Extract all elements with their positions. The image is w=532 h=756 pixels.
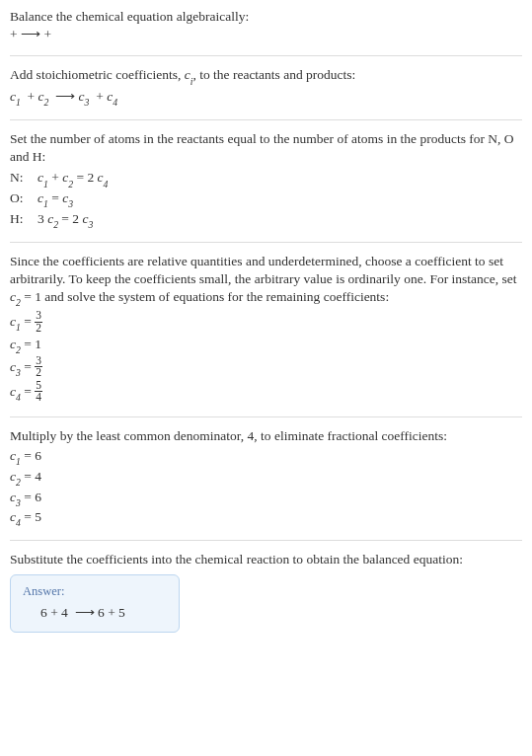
coef-c1-sub: 1: [16, 97, 21, 108]
plus: +: [48, 170, 62, 185]
intro-reaction-template: + ⟶ +: [10, 26, 522, 43]
var-sub: 3: [88, 219, 93, 230]
coef-line-c4: c4 = 5: [10, 508, 522, 528]
atom-eq-n: c1 + c2 = 2 c4: [38, 169, 108, 189]
equals: =: [21, 314, 35, 329]
var-c: c: [185, 67, 190, 82]
fraction: 32: [35, 310, 42, 334]
text-part: , to the reactants and products:: [192, 67, 355, 82]
substitute-block: Substitute the coefficients into the che…: [10, 551, 522, 633]
plus-4: + 4: [50, 605, 71, 620]
coef-6a: 6: [40, 605, 50, 620]
underdetermined-text: Since the coefficients are relative quan…: [10, 253, 522, 308]
coef-line-c1: c1 = 6: [10, 447, 522, 467]
atom-label-o: O:: [10, 189, 32, 207]
equals: = 2: [58, 211, 83, 226]
divider: [10, 242, 522, 243]
lcd-intro-text: Multiply by the least common denominator…: [10, 427, 522, 445]
equals-value: = 1: [21, 337, 41, 351]
frac-num: 3: [35, 310, 42, 321]
coef-line-c2: c2 = 4: [10, 468, 522, 488]
coef-line-c4: c4 = 54: [10, 381, 522, 405]
equals: =: [21, 359, 35, 374]
value: = 6: [21, 448, 41, 463]
coef-c2-sub: 2: [44, 97, 49, 108]
reactant-placeholder: +: [10, 27, 21, 41]
var-sub: 2: [16, 297, 21, 308]
var-sub: 1: [43, 198, 48, 209]
stoich-intro-block: Add stoichiometric coefficients, ci, to …: [10, 66, 522, 108]
coef-line-c3: c3 = 6: [10, 489, 522, 508]
frac-den: 2: [35, 322, 42, 334]
fraction: 32: [35, 355, 42, 379]
divider: [10, 119, 522, 120]
value: = 5: [21, 509, 41, 524]
value: = 4: [21, 469, 41, 484]
var-sub: 3: [16, 367, 21, 378]
plus-sign: +: [93, 89, 107, 104]
arrow-icon: ⟶: [75, 604, 95, 622]
text-part: = 1 and solve the system of equations fo…: [21, 289, 389, 304]
plus-5: + 5: [108, 605, 125, 620]
stoich-equation: c1 + c2 ⟶ c3 + c4: [10, 88, 522, 108]
frac-den: 2: [35, 366, 42, 378]
text-part: Add stoichiometric coefficients,: [10, 67, 185, 82]
lcd-block: Multiply by the least common denominator…: [10, 427, 522, 528]
atom-row-n: N: c1 + c2 = 2 c4: [10, 169, 522, 189]
var-sub: 1: [16, 322, 21, 333]
var: c: [98, 170, 104, 185]
substitute-text: Substitute the coefficients into the che…: [10, 551, 522, 568]
plus-sign: +: [24, 89, 38, 104]
var-sub: 2: [53, 219, 58, 230]
var-sub: 2: [16, 477, 21, 488]
var-sub: 3: [68, 198, 73, 209]
equals: =: [21, 384, 35, 399]
coef-c2: c: [38, 89, 44, 104]
frac-num: 3: [35, 355, 42, 366]
fraction: 54: [35, 380, 42, 404]
text-part: Since the coefficients are relative quan…: [10, 254, 517, 286]
answer-equation: 6 + 4 ⟶ 6 + 5: [23, 604, 167, 622]
divider: [10, 416, 522, 417]
stoich-intro-text: Add stoichiometric coefficients, ci, to …: [10, 66, 522, 86]
underdetermined-block: Since the coefficients are relative quan…: [10, 253, 522, 405]
atom-eq-o: c1 = c3: [38, 189, 73, 209]
intro-block: Balance the chemical equation algebraica…: [10, 8, 522, 43]
equals: =: [48, 190, 62, 205]
var-sub: 4: [16, 517, 21, 528]
answer-title: Answer:: [23, 583, 167, 600]
coef-line-c1: c1 = 32: [10, 311, 522, 335]
coef-line-c3: c3 = 32: [10, 356, 522, 380]
var-sub: 1: [43, 179, 48, 189]
coef-c3: c: [79, 89, 85, 104]
equals: = 2: [73, 170, 98, 185]
var-sub: 3: [16, 497, 21, 508]
coef-6b: 6: [95, 605, 109, 620]
value: = 6: [21, 490, 41, 504]
atom-eq-h: 3 c2 = 2 c3: [38, 210, 93, 230]
var-sub: 4: [16, 392, 21, 403]
var-sub: 2: [16, 344, 21, 355]
atom-row-o: O: c1 = c3: [10, 189, 522, 209]
coef: 3: [38, 211, 47, 226]
coef-c3-sub: 3: [85, 97, 90, 108]
var-sub: 2: [68, 179, 73, 189]
arrow-icon: ⟶: [21, 26, 40, 43]
product-placeholder: +: [43, 27, 51, 41]
arrow-icon: ⟶: [55, 88, 75, 106]
atom-balance-block: Set the number of atoms in the reactants…: [10, 130, 522, 230]
atom-row-h: H: 3 c2 = 2 c3: [10, 210, 522, 230]
divider: [10, 55, 522, 56]
atom-label-h: H:: [10, 210, 32, 228]
var-sub: 1: [16, 456, 21, 467]
divider: [10, 540, 522, 541]
frac-den: 4: [35, 391, 42, 403]
answer-box: Answer: 6 + 4 ⟶ 6 + 5: [10, 574, 180, 633]
coef-c4-sub: 4: [113, 97, 117, 108]
coef-line-c2: c2 = 1: [10, 336, 522, 355]
intro-line-1: Balance the chemical equation algebraica…: [10, 8, 522, 26]
atom-label-n: N:: [10, 169, 32, 187]
var-sub: 4: [104, 179, 109, 189]
frac-num: 5: [35, 380, 42, 391]
atom-intro-text: Set the number of atoms in the reactants…: [10, 130, 522, 166]
